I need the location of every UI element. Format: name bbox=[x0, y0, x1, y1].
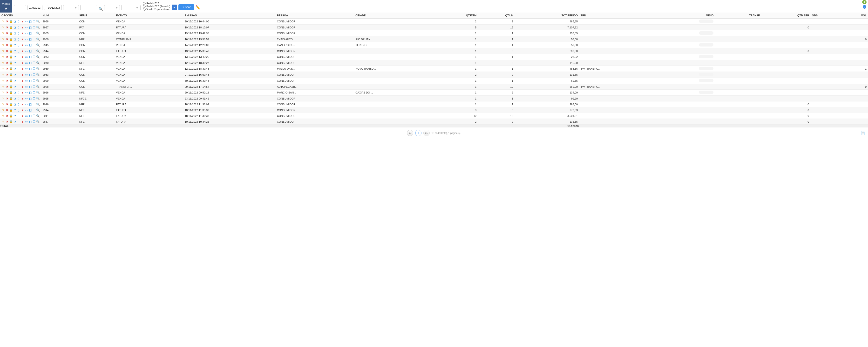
doc-icon[interactable]: ▯ bbox=[17, 55, 21, 59]
search-icon[interactable]: 🔍 bbox=[99, 7, 103, 11]
radio-pedido-b2b-enviado[interactable]: Pedido B2B (Enviado) bbox=[143, 5, 170, 8]
tag-icon[interactable]: ◧ bbox=[28, 79, 32, 83]
tag-icon[interactable]: ◧ bbox=[28, 120, 32, 123]
col-emissao[interactable]: EMISSAO bbox=[183, 12, 275, 19]
pdf-icon[interactable]: ▲ bbox=[21, 79, 24, 83]
delete-icon[interactable]: ✖ bbox=[5, 120, 9, 123]
lock-icon[interactable]: 🔒 bbox=[9, 73, 13, 76]
col-vol[interactable]: VOL bbox=[840, 12, 868, 19]
screen-icon[interactable]: ▭ bbox=[25, 43, 28, 47]
lock-icon[interactable]: 🔒 bbox=[9, 20, 13, 23]
lock-icon[interactable]: 🔒 bbox=[9, 32, 13, 35]
copy-icon[interactable]: ❐ bbox=[32, 61, 36, 65]
lock-icon[interactable]: 🔒 bbox=[9, 67, 13, 71]
collapse-button[interactable]: ▾ bbox=[172, 5, 177, 10]
vendedor-dropdown[interactable] bbox=[63, 5, 79, 10]
col-vend[interactable]: VEND bbox=[656, 12, 715, 19]
help-button[interactable]: ? bbox=[863, 5, 866, 9]
copy-icon[interactable]: ❐ bbox=[32, 20, 36, 23]
doc-icon[interactable]: ▯ bbox=[17, 85, 21, 89]
tag-icon[interactable]: ◧ bbox=[28, 43, 32, 47]
copy-icon[interactable]: ❐ bbox=[32, 102, 36, 106]
search-button[interactable]: Buscar bbox=[179, 4, 194, 10]
lock-icon[interactable]: 🔒 bbox=[9, 55, 13, 59]
col-totpedido[interactable]: TOT PEDIDO bbox=[515, 12, 579, 19]
tag-icon[interactable]: ◧ bbox=[28, 85, 32, 89]
delete-icon[interactable]: ✖ bbox=[5, 67, 9, 71]
clock-icon[interactable]: ◔ bbox=[13, 26, 17, 29]
copy-icon[interactable]: ❐ bbox=[32, 91, 36, 94]
tag-icon[interactable]: ◧ bbox=[28, 108, 32, 112]
lock-icon[interactable]: 🔒 bbox=[9, 37, 13, 41]
doc-icon[interactable]: ▯ bbox=[17, 79, 21, 83]
zoom-icon[interactable]: 🔍 bbox=[36, 79, 40, 83]
zoom-icon[interactable]: 🔍 bbox=[36, 97, 40, 100]
pdf-icon[interactable]: ▲ bbox=[21, 32, 24, 35]
tag-icon[interactable]: ◧ bbox=[28, 67, 32, 71]
clock-icon[interactable]: ◔ bbox=[13, 32, 17, 35]
copy-icon[interactable]: ❐ bbox=[32, 73, 36, 76]
zoom-icon[interactable]: 🔍 bbox=[36, 120, 40, 123]
doc-icon[interactable]: ▯ bbox=[17, 43, 21, 47]
pdf-icon[interactable]: ▲ bbox=[21, 37, 24, 41]
pdf-icon[interactable]: ▲ bbox=[21, 108, 24, 112]
delete-icon[interactable]: ✖ bbox=[5, 49, 9, 53]
delete-icon[interactable]: ✖ bbox=[5, 61, 9, 65]
doc-icon[interactable]: ▯ bbox=[17, 102, 21, 106]
pdf-icon[interactable]: ▲ bbox=[21, 49, 24, 53]
export-pdf-icon[interactable]: 📄 bbox=[861, 131, 865, 135]
zoom-icon[interactable]: 🔍 bbox=[36, 55, 40, 59]
doc-icon[interactable]: ▯ bbox=[17, 49, 21, 53]
star-icon[interactable]: ★ bbox=[4, 6, 8, 10]
tag-icon[interactable]: ◧ bbox=[28, 26, 32, 29]
copy-icon[interactable]: ❐ bbox=[32, 85, 36, 89]
zoom-icon[interactable]: 🔍 bbox=[36, 73, 40, 76]
col-qtdsep[interactable]: QTD SEP bbox=[761, 12, 810, 19]
tag-icon[interactable]: ◧ bbox=[28, 97, 32, 100]
date-from-input[interactable] bbox=[28, 5, 42, 10]
doc-icon[interactable]: ▯ bbox=[17, 73, 21, 76]
copy-icon[interactable]: ❐ bbox=[32, 32, 36, 35]
radio-pedido-b2b[interactable]: Pedido B2B bbox=[143, 2, 170, 5]
doc-icon[interactable]: ▯ bbox=[17, 32, 21, 35]
pdf-icon[interactable]: ▲ bbox=[21, 73, 24, 76]
copy-icon[interactable]: ❐ bbox=[32, 97, 36, 100]
col-qtun[interactable]: QT.UN bbox=[478, 12, 515, 19]
delete-icon[interactable]: ✖ bbox=[5, 32, 9, 35]
screen-icon[interactable]: ▭ bbox=[25, 79, 28, 83]
copy-icon[interactable]: ❐ bbox=[32, 49, 36, 53]
clock-icon[interactable]: ◔ bbox=[13, 114, 17, 118]
copy-icon[interactable]: ❐ bbox=[32, 79, 36, 83]
screen-icon[interactable]: ▭ bbox=[25, 67, 28, 71]
evento-dropdown[interactable] bbox=[104, 5, 120, 10]
pdf-icon[interactable]: ▲ bbox=[21, 67, 24, 71]
screen-icon[interactable]: ▭ bbox=[25, 97, 28, 100]
col-num[interactable]: NUM bbox=[41, 12, 78, 19]
screen-icon[interactable]: ▭ bbox=[25, 114, 28, 118]
pdf-icon[interactable]: ▲ bbox=[21, 91, 24, 94]
clock-icon[interactable]: ◔ bbox=[13, 91, 17, 94]
edit-icon[interactable]: ✎ bbox=[1, 114, 5, 118]
lock-icon[interactable]: 🔒 bbox=[9, 61, 13, 65]
clock-icon[interactable]: ◔ bbox=[13, 43, 17, 47]
delete-icon[interactable]: ✖ bbox=[5, 91, 9, 94]
tag-icon[interactable]: ◧ bbox=[28, 61, 32, 65]
screen-icon[interactable]: ▭ bbox=[25, 102, 28, 106]
screen-icon[interactable]: ▭ bbox=[25, 108, 28, 112]
edit-icon[interactable]: ✎ bbox=[1, 79, 5, 83]
delete-icon[interactable]: ✖ bbox=[5, 114, 9, 118]
copy-icon[interactable]: ❐ bbox=[32, 114, 36, 118]
lock-icon[interactable]: 🔒 bbox=[9, 114, 13, 118]
cliente-input[interactable] bbox=[80, 5, 97, 10]
lock-icon[interactable]: 🔒 bbox=[9, 85, 13, 89]
eraser-icon[interactable]: ✏️ bbox=[195, 5, 200, 10]
pdf-icon[interactable]: ▲ bbox=[21, 102, 24, 106]
clock-icon[interactable]: ◔ bbox=[13, 73, 17, 76]
edit-icon[interactable]: ✎ bbox=[1, 73, 5, 76]
screen-icon[interactable]: ▭ bbox=[25, 120, 28, 123]
lock-icon[interactable]: 🔒 bbox=[9, 97, 13, 100]
edit-icon[interactable]: ✎ bbox=[1, 120, 5, 123]
radio-venda-rep[interactable]: Venda Representante bbox=[143, 8, 170, 10]
zoom-icon[interactable]: 🔍 bbox=[36, 67, 40, 71]
clock-icon[interactable]: ◔ bbox=[13, 37, 17, 41]
